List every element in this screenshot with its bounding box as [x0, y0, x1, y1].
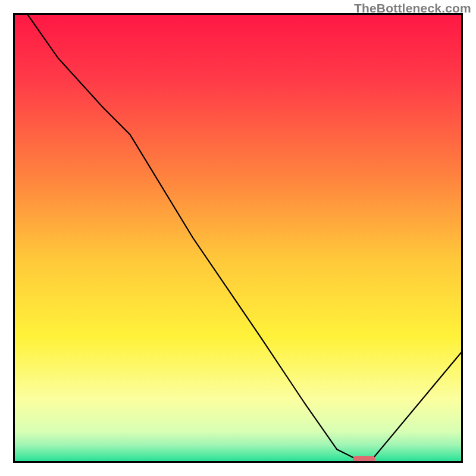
bottleneck-curve — [13, 13, 463, 463]
optimal-marker — [353, 456, 375, 463]
chart-container: TheBottleneck.com — [0, 0, 476, 476]
watermark-text: TheBottleneck.com — [354, 1, 471, 15]
plot-area — [13, 13, 463, 463]
